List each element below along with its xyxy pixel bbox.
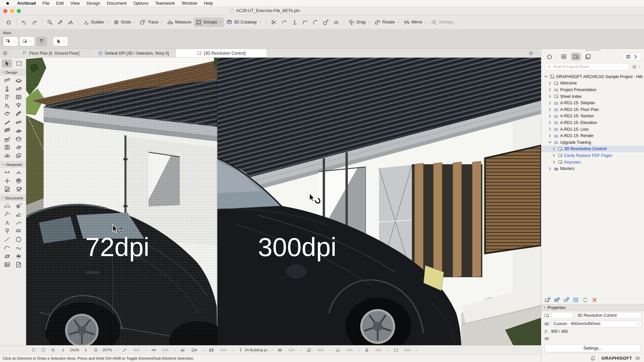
menu-archicad[interactable]: Archicad [14,1,39,6]
add-folder-button[interactable] [563,297,570,303]
multiply-button[interactable]: Multiply... [429,17,459,27]
worksheet-tool[interactable] [2,185,12,193]
grids-button[interactable]: Grids [111,17,138,27]
asterisk-tool[interactable] [13,252,24,260]
toolbox-section-viewpoint[interactable]: ▾Viewpoint [0,161,26,168]
drawing-tool[interactable] [13,260,24,269]
tree-item-a-rd1-15-render[interactable]: A-RD1-15- Render [541,132,644,139]
status-field-dashed-rect[interactable]: N/A› [391,348,420,353]
status-field-layers[interactable]: QA› [178,348,207,353]
nav-house-mode-button[interactable] [544,53,554,61]
tree-item-a-rd1-15-elevation[interactable]: A-RD1-15- Elevation [541,119,644,126]
tree-item-keynotes[interactable]: Keynotes [541,159,644,166]
search-input[interactable] [553,64,627,69]
menu-window[interactable]: Window [178,1,201,6]
tree-item-sheet-index[interactable]: Sheet Index [541,93,644,100]
prop-list-button[interactable] [573,297,579,303]
camera-tool[interactable] [13,185,24,193]
tree-item-easily-replace-pdf-pages[interactable]: Easily Replace PDF Pages [541,152,644,159]
menu-options[interactable]: Options [130,1,152,6]
drag-button[interactable]: Drag [346,17,372,27]
curtain-wall-tool[interactable] [2,126,12,135]
text-tool[interactable]: A [2,219,12,227]
arrow-tool[interactable] [2,59,12,68]
opening-tool[interactable] [2,143,12,152]
roof-tool[interactable] [2,110,12,118]
radial-dimension-tool[interactable]: 1.2 [2,210,12,219]
master-format-dropdown[interactable]: Custom - 900mmX450mm › [551,320,641,327]
nav-layout-mode-button[interactable] [571,53,581,61]
guides-button[interactable]: Guides [81,17,111,27]
menu-teamwork[interactable]: Teamwork [152,1,178,6]
window-copy-icon[interactable] [590,356,596,361]
graphisoft-brand[interactable]: GRAPHISOFT [601,356,632,361]
split-button[interactable] [269,17,279,27]
shell-tool[interactable] [13,110,24,118]
status-field-roof-small[interactable]: N/A› [333,348,362,353]
level-dimension-tool[interactable]: 1.2 [13,202,24,210]
section-tool[interactable] [2,168,12,177]
menu-file[interactable]: File [39,1,53,6]
page-pager[interactable]: 24/26 [58,348,91,353]
line-tool[interactable] [2,235,12,244]
palette-grip[interactable] [1,37,2,46]
magnet-button[interactable] [36,37,47,46]
zone-tool[interactable] [13,135,24,143]
layout-name-field[interactable]: 3D Resolution Control [575,312,641,319]
circle-tool[interactable] [13,235,24,244]
polyline-tool[interactable] [2,244,12,252]
marquee-arrow-button[interactable] [20,37,34,46]
marker-tool[interactable]: 1 [2,227,12,235]
menu-design[interactable]: Design [83,1,103,6]
zoom-window-button[interactable] [17,9,21,13]
trace-button[interactable]: Trace [138,17,165,27]
measure-button[interactable]: 12Measure [165,17,194,27]
undo-button[interactable] [19,17,29,27]
spline-tool[interactable] [13,244,24,252]
lamp-tool[interactable] [13,101,24,110]
layout-canvas[interactable]: 72dpi 300dpi [26,58,541,345]
tri-right-icon[interactable] [84,348,89,353]
arrow-plain-button[interactable] [53,37,68,46]
interior-elevation-tool[interactable] [13,177,24,185]
marquee-tool[interactable] [14,59,24,68]
menu-edit[interactable]: Edit [53,1,67,6]
tree-item-3d-resolution-control[interactable]: 3D Resolution Control [541,146,644,153]
zoom-select-button[interactable] [45,17,55,27]
fill-tool[interactable] [13,227,24,235]
dimension-tool[interactable]: 1.2 [2,202,12,210]
door-tool[interactable] [2,93,12,101]
status-field-pin[interactable]: 04 Building pl...› [236,348,275,353]
redo-button[interactable] [29,17,40,27]
pen-plus-button[interactable] [65,17,76,27]
status-field-zoom-forward[interactable] [39,348,48,353]
rotate-button[interactable]: Rotate [372,17,401,27]
pen-button[interactable] [55,17,65,27]
toolbox-section-design[interactable]: ▾Design [0,69,26,75]
tree-item-graphisoft-archicad-sample-project-hillside-h[interactable]: GRAPHISOFT ARCHICAD Sample Project - Hil… [541,73,644,80]
toolbox-section-document[interactable]: ▾Document [0,195,26,201]
tree-item-a-rd1-15-lists[interactable]: A-RD1-15- Lists [541,126,644,133]
navigator-menu-button[interactable] [623,53,641,60]
settings-button[interactable]: Settings... [544,344,641,352]
status-field-ruler[interactable]: N/A› [149,348,178,353]
tab-3d-resolution-control[interactable]: [3D Resolution Control] [176,49,267,57]
window-tool[interactable] [13,93,24,101]
tab-default-dpi-3d-selection-story-0[interactable]: Default DPI [3D / Selection, Story 0] [91,49,176,57]
tree-item-a-rd1-15-section[interactable]: A-RD1-15- Section [541,113,644,120]
tri-left-icon[interactable] [60,348,65,353]
zone-stamp-tool[interactable] [13,152,24,160]
stair-tool[interactable] [2,118,12,126]
label-tool[interactable]: A1 [13,219,24,227]
tree-item-a-rd1-15-floor-plan[interactable]: A-RD1-15- Floor Plan [541,106,644,113]
adjust-button[interactable] [279,17,289,27]
column-tool[interactable] [2,84,12,93]
skylight-tool[interactable] [13,143,24,152]
status-field-film[interactable]: N/A› [207,348,235,353]
angle-dimension-tool[interactable]: α [13,210,24,219]
nav-publisher-mode-button[interactable] [583,53,593,61]
intersect-button[interactable] [300,17,310,27]
figure-tool[interactable] [2,260,12,269]
close-window-button[interactable] [3,9,7,13]
status-field-frame[interactable]: N/A› [275,348,304,353]
